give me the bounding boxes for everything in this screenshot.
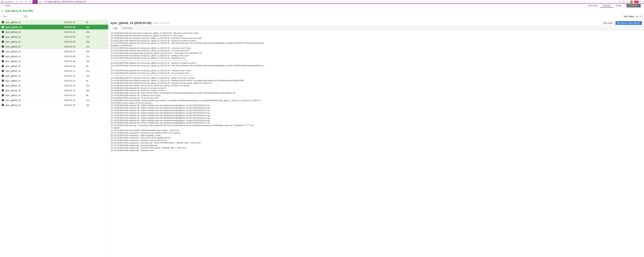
activity-row[interactable]: ⟲sync_github_s32015-01-0915s [0,59,108,64]
share-icon[interactable] [15,0,19,4]
breadcrumb[interactable]: build_github_t_2015-01-01_2015-01-31 [43,0,88,4]
sync-icon: ⟲ [2,94,4,96]
activity-date: 2015-01-13 [64,80,86,82]
activity-name: sync_github_s3 [6,60,64,62]
activity-row[interactable]: ⟲sync_github_s32015-01-0713s [0,49,108,54]
activity-row[interactable]: ⟲sync_github_s32015-01-019s [0,20,108,25]
activity-list: ⟲sync_github_s32015-01-019s⟲sync_github_… [0,20,108,257]
tab-summary[interactable]: Summary [586,4,600,8]
activity-duration: 23s [86,84,90,87]
activity-date: 2015-01-05 [64,40,86,43]
activity-date: 2015-01-08 [64,55,86,58]
svg-point-0 [21,1,22,1]
svg-point-4 [628,1,628,2]
tab-graph[interactable]: Graph [614,4,624,8]
edit-recipe-button[interactable]: Edit recipe [601,21,614,25]
activity-duration: 19s [86,45,90,48]
activity-duration: 15s [86,104,90,106]
gear-icon[interactable] [618,0,622,4]
sync-icon: ⟲ [2,60,4,62]
detail-tab-logs[interactable]: Logs [110,26,120,30]
activity-row[interactable]: ⟲sync_github_s32015-01-0221s [0,25,108,30]
activity-name: sync_github_s3 [6,45,64,48]
activity-date: 2015-01-17 [64,99,86,102]
help-icon[interactable] [622,0,626,4]
activity-date: 2015-01-06 [64,45,86,48]
activity-row[interactable]: ⟲sync_github_s32015-01-169s [0,93,108,98]
detail-tab-summary[interactable]: Summary [120,26,134,30]
check-icon: ✔ [1,10,4,12]
avatar[interactable] [630,0,633,3]
activity-duration: 21s [86,26,90,28]
refresh-icon[interactable] [24,0,28,4]
activity-row[interactable]: ⟲sync_github_s32015-01-1516s [0,88,108,93]
activity-row[interactable]: ⟲sync_github_s32015-01-109s [0,64,108,68]
activity-row[interactable]: ⟲sync_github_s32015-01-1815s [0,103,108,108]
app-logo[interactable] [1,1,3,3]
activity-row[interactable]: ⟲sync_github_s32015-01-1121s [0,68,108,74]
activity-row[interactable]: ⟲sync_github_s32015-01-0821s [0,54,108,59]
svg-point-1 [620,1,620,2]
explore-output-button[interactable]: Explore output dataset [616,21,642,25]
activity-duration: 9s [86,94,88,96]
edit-icon[interactable] [28,0,32,4]
filter-input[interactable] [1,14,23,18]
svg-point-6 [25,16,26,17]
activity-date: 2015-01-02 [64,26,86,28]
activity-name: sync_github_s3 [6,40,64,43]
activity-name: sync_github_s3 [6,94,64,96]
activity-duration: 9s [86,65,88,67]
activity-date: 2015-01-12 [64,74,86,77]
activity-row[interactable]: ⟲sync_github_s32015-01-139s [0,78,108,83]
activity-name: sync_github_s3 [6,31,64,33]
database-icon[interactable] [19,0,24,4]
sort-direction-button[interactable] [638,14,643,18]
sync-icon: ⟲ [2,89,4,92]
users-icon[interactable] [626,0,629,4]
activity-row[interactable]: ⟲sync_github_s32015-01-1423s [0,83,108,88]
jobs-link[interactable]: JOBS [5,5,10,7]
activity-name: sync_github_s3 [6,80,64,82]
activity-row[interactable]: ⟲sync_github_s32015-01-0619s [0,44,108,49]
actions-button[interactable]: ACTIONS [626,4,641,8]
activity-date: 2015-01-07 [64,50,86,53]
activity-date: 2015-01-04 [64,36,86,38]
bullet-icon: • [3,4,4,7]
activity-duration: 21s [86,55,90,58]
activity-duration: 9s [86,80,88,82]
chart-icon[interactable] [38,0,42,4]
activity-duration: 13s [86,50,90,53]
tab-activities[interactable]: Activities [600,4,613,8]
activity-row[interactable]: ⟲sync_github_s32015-01-0318s [0,30,108,34]
svg-point-3 [627,1,627,2]
sync-icon: ⟲ [2,80,4,82]
run-button[interactable] [32,0,38,4]
activity-row[interactable]: ⟲sync_github_s32015-01-1721s [0,98,108,103]
activity-name: sync_github_s3 [6,84,64,87]
sync-icon: ⟲ [2,84,4,87]
sync-icon: ⟲ [2,36,4,38]
activity-duration: 15s [86,74,90,77]
sub-nav: • JOBS SummaryActivitiesGraph ACTIONS [0,4,644,8]
activity-duration: 21s [86,70,90,72]
sync-icon: ⟲ [2,26,4,28]
top-bar: Redshift build_github_t_2015-01-01_2015-… [0,0,644,4]
activity-row[interactable]: ⟲sync_github_s32015-01-1215s [0,74,108,78]
sort-select[interactable]: Sort: Status [622,14,638,18]
breadcrumb-label: build_github_t_2015-01-01_2015-01-31 [48,0,86,3]
activity-row[interactable]: ⟲sync_github_s32015-01-0412s [0,34,108,39]
activity-date: 2015-01-10 [64,65,86,67]
search-icon[interactable] [639,0,643,4]
sync-icon: ⟲ [2,104,4,106]
activity-row[interactable]: ⟲sync_github_s32015-01-0515s [0,39,108,44]
activity-duration: 21s [86,99,90,102]
sync-icon: ⟲ [2,50,4,52]
detail-title: sync_github_s3 (2015-01-02) [110,21,152,25]
job-status: ✔ Job done in 1m 49s [0,8,644,14]
filter-search-button[interactable] [23,14,28,18]
sync-icon: ⟲ [2,45,4,48]
sync-icon: ⟲ [2,55,4,58]
project-title[interactable]: Redshift [5,0,13,3]
activity-name: sync_github_s3 [6,55,64,58]
notification-badge[interactable]: 4 [634,1,638,3]
